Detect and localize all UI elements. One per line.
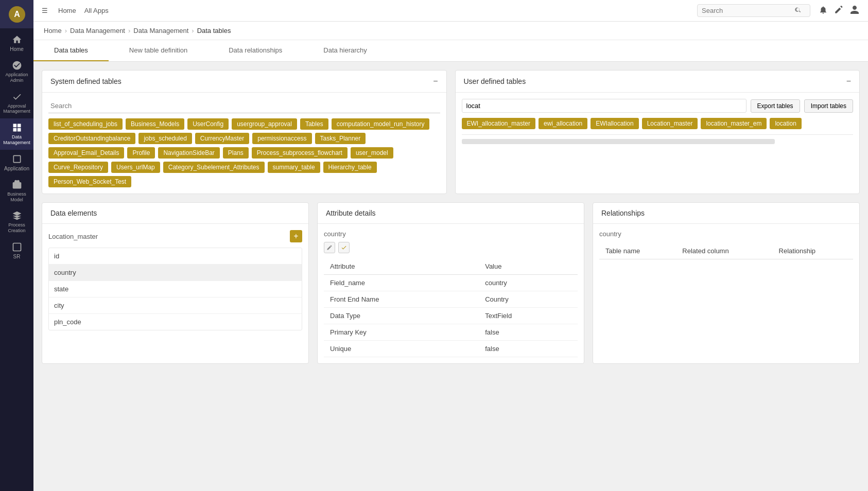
- topbar-icons: [819, 5, 860, 16]
- attr-primary-key-key: Primary Key: [324, 324, 479, 341]
- tab-data-relationships[interactable]: Data relationships: [208, 40, 303, 61]
- user-avatar[interactable]: [849, 5, 860, 16]
- tag-hierarchy-table[interactable]: Hierarchy_table: [323, 162, 377, 173]
- tag-ewi-alloc-master[interactable]: EWI_allocation_master: [462, 118, 535, 129]
- notification-icon[interactable]: [819, 5, 828, 16]
- sidebar-item-application[interactable]: Application: [0, 150, 33, 176]
- import-tables-btn[interactable]: Import tables: [804, 99, 853, 113]
- export-tables-btn[interactable]: Export tables: [751, 99, 800, 113]
- attr-primary-key-value: false: [479, 324, 578, 341]
- attribute-details-body: country Attribute Value: [318, 224, 584, 363]
- breadcrumb-sep2: ›: [128, 27, 130, 34]
- tag-curve-repository[interactable]: Curve_Repository: [48, 162, 108, 173]
- edit-icon[interactable]: [834, 5, 843, 16]
- sidebar-item-process[interactable]: ProcessCreation: [0, 206, 33, 238]
- relationships-title: Relationships: [601, 209, 645, 217]
- tag-userconfig[interactable]: UserConfig: [187, 118, 229, 130]
- tag-creditor[interactable]: CreditorOutstandingbalance: [48, 133, 135, 144]
- attr-row-data-type: Data Type TextField: [324, 308, 578, 324]
- element-state[interactable]: state: [49, 281, 302, 297]
- search-input[interactable]: [702, 7, 794, 14]
- breadcrumb-level1[interactable]: Data Management: [70, 27, 125, 34]
- sidebar-item-home-label: Home: [10, 46, 24, 52]
- selected-table-label: Location_master: [48, 233, 98, 240]
- tag-category-subelement[interactable]: Category_Subelement_Attributes: [163, 162, 265, 173]
- tag-permission[interactable]: permissionaccess: [252, 133, 311, 144]
- sidebar-item-sr-label: SR: [13, 254, 21, 259]
- breadcrumb-current: Data tables: [197, 27, 231, 34]
- tag-computation-model[interactable]: computation_model_run_history: [332, 118, 430, 130]
- sidebar-item-home[interactable]: Home: [0, 30, 33, 56]
- elements-list: id country state city pln_code: [48, 248, 302, 330]
- data-elements-body: Location_master + id country state city …: [42, 224, 308, 337]
- sidebar-item-business[interactable]: BusinessModel: [0, 176, 33, 207]
- tag-tables[interactable]: Tables: [300, 118, 328, 130]
- sidebar-item-business-label: BusinessModel: [7, 191, 26, 203]
- sidebar-item-data-mgmt-label: DataManagement: [3, 134, 30, 146]
- attribute-details-title: Attribute details: [326, 209, 376, 217]
- topbar-search-box: [697, 4, 810, 17]
- attr-edit-icon[interactable]: [324, 242, 335, 253]
- tag-ewi-allocation[interactable]: ewi_allocation: [539, 118, 587, 129]
- element-id[interactable]: id: [49, 248, 302, 265]
- tag-business-models[interactable]: Business_Models: [126, 118, 184, 130]
- attribute-table: Attribute Value Field_name country Front…: [324, 258, 578, 357]
- tag-jobs-scheduled[interactable]: jobs_scheduled: [138, 133, 192, 144]
- breadcrumb-level2[interactable]: Data Management: [133, 27, 188, 34]
- tag-list-scheduling[interactable]: list_of_scheduling_jobs: [48, 118, 123, 130]
- attr-row-frontend-name: Front End Name Country: [324, 291, 578, 308]
- tag-person-websocket[interactable]: Person_Web_Socket_Test: [48, 176, 131, 187]
- sidebar-item-app-admin[interactable]: ApplicationAdmin: [0, 56, 33, 87]
- sidebar-item-process-label: ProcessCreation: [8, 222, 25, 234]
- user-tables-body: Export tables Import tables EWI_allocati…: [456, 93, 860, 150]
- tag-location-master-em[interactable]: location_master_em: [701, 118, 767, 129]
- tab-data-tables[interactable]: Data tables: [33, 40, 109, 61]
- tag-navigation-sidebar[interactable]: NavigationSideBar: [158, 147, 219, 159]
- tag-currency-master[interactable]: CurrencyMaster: [195, 133, 249, 144]
- tag-process-subprocess[interactable]: Process_subprocess_flowchart: [252, 147, 348, 159]
- tag-users-urlmap[interactable]: Users_urlMap: [111, 162, 160, 173]
- system-tables-search[interactable]: [48, 99, 440, 113]
- element-country[interactable]: country: [49, 265, 302, 281]
- sidebar-item-data-mgmt[interactable]: DataManagement: [0, 118, 33, 150]
- tag-location-master[interactable]: Location_master: [642, 118, 698, 129]
- element-city[interactable]: city: [49, 297, 302, 314]
- system-tables-minimize-btn[interactable]: −: [433, 77, 438, 86]
- tab-new-table[interactable]: New table definition: [109, 40, 208, 61]
- tag-usergroup-approval[interactable]: usergroup_approval: [232, 118, 297, 130]
- menu-icon[interactable]: ☰: [42, 7, 48, 14]
- search-icon[interactable]: [794, 6, 802, 15]
- sidebar-item-sr[interactable]: SR: [0, 238, 33, 264]
- attr-col-value: Value: [479, 258, 578, 275]
- sidebar-item-approval[interactable]: ApprovalManagement: [0, 87, 33, 119]
- topbar-home-link[interactable]: Home: [58, 7, 76, 14]
- tag-location[interactable]: location: [770, 118, 801, 129]
- tab-data-hierarchy[interactable]: Data hierarchy: [303, 40, 388, 61]
- user-tables-tags: EWI_allocation_master ewi_allocation EWI…: [462, 118, 854, 129]
- topbar-apps-link[interactable]: All Apps: [84, 7, 109, 14]
- attr-field-name-value: country: [479, 275, 578, 291]
- topbar: ☰ Home All Apps: [33, 0, 868, 22]
- sidebar: A Home ApplicationAdmin ApprovalManageme…: [0, 0, 33, 491]
- tag-plans[interactable]: Plans: [223, 147, 249, 159]
- user-tables-title: User defined tables: [464, 77, 526, 85]
- tag-user-model[interactable]: user_model: [351, 147, 393, 159]
- element-pln-code[interactable]: pln_code: [49, 314, 302, 330]
- relationships-header: Relationships: [593, 203, 859, 224]
- add-element-btn[interactable]: +: [290, 230, 302, 242]
- breadcrumb-home[interactable]: Home: [44, 27, 62, 34]
- tag-ewiallocation[interactable]: EWIallocation: [591, 118, 638, 129]
- user-tables-search[interactable]: [462, 99, 747, 113]
- user-tables-minimize-btn[interactable]: −: [846, 77, 851, 86]
- app-logo[interactable]: A: [0, 0, 33, 28]
- attribute-details-panel: Attribute details country: [317, 202, 584, 364]
- tag-approval-email[interactable]: Approval_Email_Details: [48, 147, 124, 159]
- attr-frontend-name-key: Front End Name: [324, 291, 479, 308]
- data-elements-selected: Location_master +: [48, 230, 302, 242]
- tag-profile[interactable]: Profile: [127, 147, 155, 159]
- data-elements-title: Data elements: [50, 209, 97, 217]
- attr-check-icon[interactable]: [338, 242, 350, 253]
- attribute-icons: [324, 242, 578, 253]
- tag-summary-table[interactable]: summary_table: [268, 162, 320, 173]
- tag-tasks-planner[interactable]: Tasks_Planner: [315, 133, 366, 144]
